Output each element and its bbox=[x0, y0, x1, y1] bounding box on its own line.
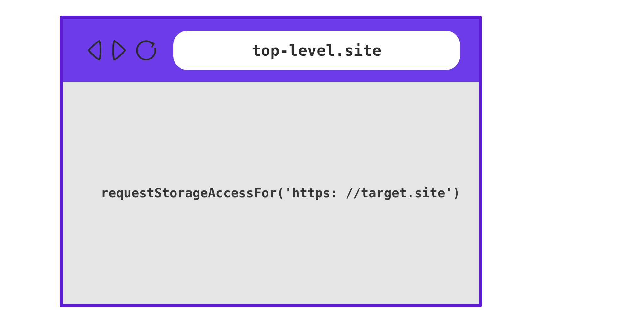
browser-window: top-level.site requestStorageAccessFor('… bbox=[60, 16, 482, 307]
code-snippet: requestStorageAccessFor('https: //target… bbox=[101, 186, 460, 200]
refresh-icon bbox=[135, 39, 158, 62]
back-icon bbox=[86, 39, 102, 62]
browser-content: requestStorageAccessFor('https: //target… bbox=[63, 82, 479, 304]
forward-button[interactable] bbox=[110, 38, 129, 62]
forward-icon bbox=[111, 39, 128, 62]
address-text: top-level.site bbox=[252, 42, 382, 59]
browser-toolbar: top-level.site bbox=[63, 19, 479, 82]
address-bar[interactable]: top-level.site bbox=[173, 31, 460, 70]
back-button[interactable] bbox=[85, 38, 103, 62]
refresh-button[interactable] bbox=[135, 39, 158, 61]
nav-icons bbox=[85, 38, 158, 62]
